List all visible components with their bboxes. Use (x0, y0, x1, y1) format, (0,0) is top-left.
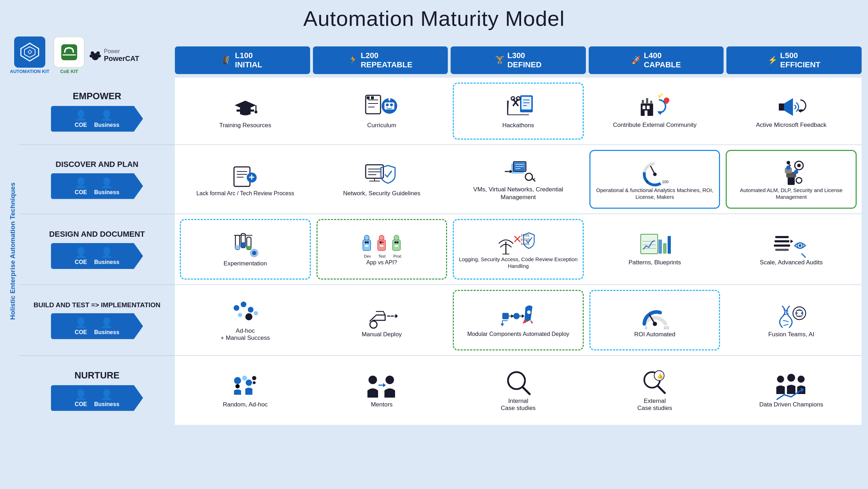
design-business: 👤 Business (94, 247, 119, 265)
svg-text:100: 100 (662, 180, 668, 184)
modular-label: Modular Components Automated Deploy (467, 331, 569, 338)
svg-line-136 (802, 254, 805, 257)
coe-kit-logo: CoE KIT (53, 36, 85, 74)
curriculum-icon (364, 94, 399, 122)
svg-point-110 (394, 241, 396, 243)
operational-label: Operational & functional Analytics Machi… (593, 187, 716, 201)
svg-line-72 (533, 178, 535, 180)
svg-point-143 (254, 311, 258, 315)
empower-business: 👤 Business (94, 109, 119, 128)
svg-point-135 (799, 244, 801, 247)
svg-text:Test: Test (378, 254, 386, 258)
svg-line-161 (783, 310, 788, 311)
coe-kit-label: CoE KIT (60, 69, 78, 74)
svg-point-139 (241, 302, 246, 307)
training-label: Training Resources (219, 122, 271, 129)
hackathons-inner: Hackathons (453, 83, 584, 140)
cell-roi-automated: 0 100 ROI Automated (587, 288, 723, 353)
cell-logging: 10101 01010 10101 Logging, Security Acce… (451, 217, 586, 282)
roi-automated-icon: 0 100 (641, 303, 669, 331)
grid-content: EMPOWER 👤 COE 👤 Business (19, 78, 862, 425)
l100-text: L100INITIAL (235, 51, 262, 69)
svg-point-35 (516, 97, 520, 100)
automation-kit-svg: ◇ (19, 41, 40, 63)
svg-point-88 (796, 178, 802, 183)
svg-point-99 (364, 235, 369, 240)
svg-rect-112 (395, 245, 398, 247)
svg-point-87 (797, 164, 801, 167)
build-business: 👤 Business (94, 317, 119, 336)
svg-point-175 (252, 376, 256, 380)
nurture-label-col: NURTURE 👤 COE 👤 Business (19, 356, 175, 425)
logging-label: Logging, Security Access, Code Review Ex… (457, 256, 580, 270)
svg-text:Prod: Prod (393, 254, 401, 258)
scale-label: Scale, Advanced Audits (760, 259, 823, 266)
powercat-icon-area: Power PowerCAT (89, 48, 139, 62)
internal-case-label: Internal Case studies (501, 398, 536, 412)
empower-coe-btn[interactable]: 👤 COE 👤 Business (51, 106, 143, 132)
cell-scale: Scale, Advanced Audits (724, 217, 859, 282)
cell-alm: Automated ALM, DLP, Security and License… (724, 148, 859, 211)
l300-text: L300DEFINED (507, 51, 542, 69)
svg-point-144 (370, 321, 377, 328)
build-coe-btn[interactable]: 👤 COE 👤 Business (51, 313, 143, 339)
cell-network: Network, Security Guidelines (314, 148, 450, 211)
devtestprod-icon: Dev Test Prod (362, 233, 401, 259)
svg-point-165 (793, 307, 806, 320)
graduation-icon (231, 94, 259, 122)
nurture-business: 👤 Business (94, 389, 119, 408)
svg-rect-127 (658, 240, 662, 254)
svg-point-174 (242, 376, 247, 381)
svg-point-158 (653, 322, 657, 326)
svg-point-141 (238, 313, 242, 317)
discover-title: DISCOVER AND PLAN (56, 160, 138, 169)
contribute-icon: ★ ★ (639, 93, 671, 121)
data-driven-icon (773, 373, 809, 401)
nurture-coe-btn[interactable]: 👤 COE 👤 Business (51, 385, 143, 411)
network-label: Network, Security Guidelines (343, 190, 420, 197)
svg-rect-90 (235, 245, 240, 249)
svg-point-156 (527, 310, 531, 314)
fusion-icon (775, 303, 807, 331)
svg-rect-3 (61, 44, 77, 60)
mentors-icon (366, 373, 398, 401)
cell-modular: Modular Components Automated Deploy (451, 288, 586, 353)
devtestprod-label: App vs API? (366, 259, 397, 266)
empower-cells: Training Resources (175, 78, 862, 145)
curriculum-label: Curriculum (367, 122, 396, 129)
scale-icon (773, 232, 809, 259)
experimentation-label: Experimentation (223, 260, 267, 267)
svg-point-20 (386, 103, 389, 106)
svg-point-177 (369, 376, 377, 384)
svg-point-140 (248, 307, 253, 313)
level-l400: 🚀 L400CAPABLE (589, 46, 724, 74)
external-case-icon: 👍 (641, 369, 669, 398)
cell-manual-deploy: Manual Deploy (314, 288, 450, 353)
design-coe-btn[interactable]: 👤 COE 👤 Business (51, 243, 143, 269)
nurture-title: NURTURE (74, 370, 119, 381)
design-cells: Experimentation (175, 214, 862, 285)
svg-text:100: 100 (663, 326, 669, 330)
discover-coe-btn[interactable]: 👤 COE 👤 Business (51, 173, 143, 199)
discover-coe: 👤 COE (75, 177, 87, 196)
cell-internal-case: Internal Case studies (451, 359, 586, 422)
cell-data-driven: Data Driven Champions (724, 359, 859, 422)
discover-label-col: DISCOVER AND PLAN 👤 COE 👤 Business (19, 145, 175, 214)
empower-title: EMPOWER (73, 91, 121, 102)
svg-point-97 (252, 251, 256, 255)
svg-text:0: 0 (645, 326, 647, 330)
logos-area: ◇ AUTOMATION KIT CoE KIT (6, 36, 175, 74)
logging-icon: 10101 01010 10101 (499, 229, 538, 256)
network-icon (364, 161, 399, 190)
cell-operational: 0 100 Operational & functional Analytics… (587, 148, 723, 211)
coe-kit-svg (59, 43, 79, 62)
svg-point-178 (386, 376, 394, 384)
svg-point-34 (511, 97, 515, 100)
svg-rect-133 (775, 249, 789, 251)
svg-point-189 (798, 376, 805, 383)
svg-point-172 (235, 384, 240, 388)
cell-mentors: Mentors (314, 359, 450, 422)
cell-experimentation: Experimentation (178, 217, 313, 282)
svg-rect-123 (641, 234, 658, 254)
arc-review-icon (231, 162, 259, 190)
